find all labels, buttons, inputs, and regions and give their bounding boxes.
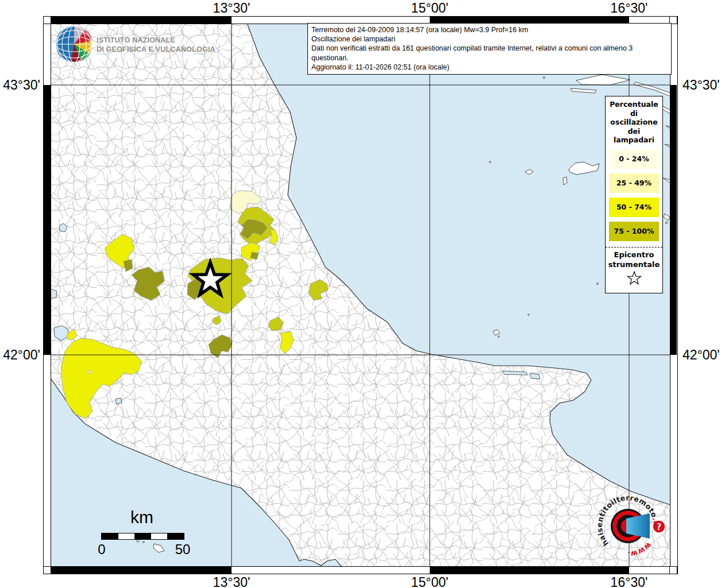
event-updated: Aggiornato il: 11-01-2026 02:51 (ora loc… (311, 63, 668, 72)
legend-separator (606, 247, 662, 247)
coord-label-left-4200: 42°00' (0, 347, 40, 363)
legend-star-wrap (606, 270, 662, 289)
coord-label-bottom-1630: 16°30' (611, 575, 648, 588)
scalebar-seg (167, 533, 184, 539)
event-data-note: Dati non verificati estratti da 161 ques… (311, 44, 668, 62)
border-band (44, 17, 232, 24)
legend-class-75-100: 75 - 100% (609, 222, 659, 241)
scalebar-unit: km (130, 508, 153, 527)
legend-panel: Percentuale di oscillazione dei lampadar… (605, 96, 663, 293)
border-band (430, 567, 629, 574)
legend-title-line: oscillazione (606, 118, 662, 127)
coord-label-top-1330: 13°30' (213, 1, 250, 16)
frame-corner (43, 16, 51, 24)
border-band (44, 567, 232, 574)
scalebar-seg (134, 533, 151, 539)
event-title: Terremoto del 24-09-2009 18:14:57 (ora l… (311, 25, 668, 34)
border-band (670, 85, 677, 355)
coord-label-bottom-1500: 15°00' (411, 575, 449, 588)
legend-class-50-74: 50 - 74% (609, 198, 659, 217)
coord-label-top-1630: 16°30' (611, 1, 648, 16)
coord-label-right-4330: 43°30' (683, 78, 720, 93)
map-canvas: ? haisentitoilterremoto.it www. (51, 24, 670, 566)
ingv-wordmark: ISTITUTO NAZIONALE DI GEOFISICA E VULCAN… (97, 36, 215, 54)
event-question: Oscillazione dei lampadari (311, 34, 668, 44)
hsit-map-page: ? haisentitoilterremoto.it www. 13°30' 1… (0, 0, 721, 588)
scalebar-end: 50 (175, 541, 191, 558)
event-info-box: Terremoto del 24-09-2009 18:14:57 (ora l… (307, 23, 672, 75)
legend-star-icon (626, 270, 642, 287)
scalebar-seg (151, 533, 168, 539)
scalebar (101, 533, 184, 540)
legend-epicenter-label: Epicentro (606, 250, 662, 260)
coord-label-bottom-1330: 13°30' (213, 575, 250, 588)
legend-class-25-49: 25 - 49% (609, 173, 659, 193)
legend-epicenter-label2: strumentale (606, 260, 662, 269)
legend-title-line: dei (606, 127, 662, 136)
scalebar-seg (102, 533, 118, 539)
border-band (44, 85, 51, 355)
coord-label-top-1500: 15°00' (411, 1, 449, 16)
scalebar-start: 0 (98, 541, 105, 558)
legend-class-0-24: 0 - 24% (609, 149, 659, 169)
legend-title-line: lampadari (606, 136, 662, 145)
frame-corner (669, 566, 677, 574)
coord-label-left-4330: 43°30' (0, 78, 40, 93)
legend-title-line: Percentuale (606, 100, 662, 109)
coord-label-right-4200: 42°00' (683, 347, 720, 363)
scalebar-seg (118, 533, 135, 539)
ingv-line2: DI GEOFISICA E VULCANOLOGIA (97, 45, 215, 54)
frame-corner (43, 566, 51, 574)
ingv-globe-icon (54, 24, 94, 64)
legend-title-line: di (606, 109, 662, 118)
ingv-line1: ISTITUTO NAZIONALE (97, 36, 215, 45)
